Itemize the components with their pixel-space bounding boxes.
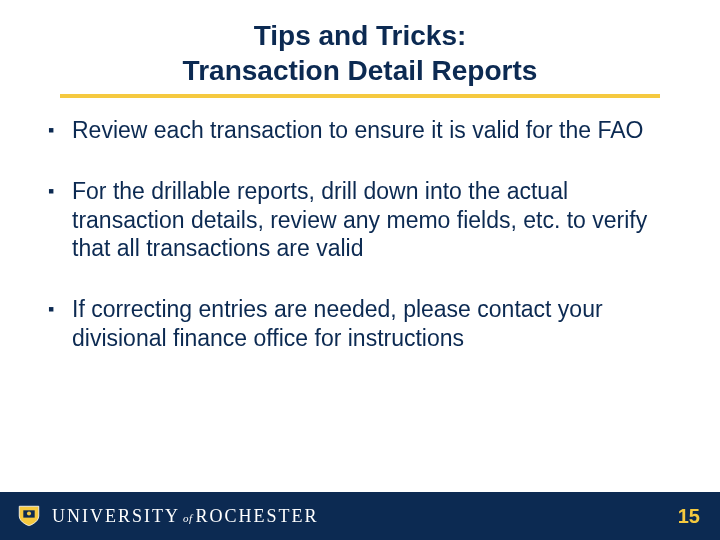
title-line-2: Transaction Detail Reports <box>0 53 720 88</box>
bullet-item: ▪ Review each transaction to ensure it i… <box>48 116 672 145</box>
content-area: ▪ Review each transaction to ensure it i… <box>0 98 720 353</box>
bullet-item: ▪ If correcting entries are needed, plea… <box>48 295 672 353</box>
slide: Tips and Tricks: Transaction Detail Repo… <box>0 0 720 540</box>
svg-point-1 <box>27 512 31 516</box>
bullet-text: Review each transaction to ensure it is … <box>72 116 672 145</box>
page-number: 15 <box>678 505 700 528</box>
footer-bar: UNIVERSITYofROCHESTER 15 <box>0 492 720 540</box>
brand-logo: UNIVERSITYofROCHESTER <box>16 503 319 529</box>
bullet-item: ▪ For the drillable reports, drill down … <box>48 177 672 263</box>
title-line-1: Tips and Tricks: <box>0 18 720 53</box>
brand-of: of <box>180 512 196 524</box>
bullet-marker-icon: ▪ <box>48 295 58 323</box>
bullet-marker-icon: ▪ <box>48 116 58 144</box>
brand-rochester: ROCHESTER <box>196 506 319 526</box>
crest-icon <box>16 503 42 529</box>
bullet-marker-icon: ▪ <box>48 177 58 205</box>
slide-title: Tips and Tricks: Transaction Detail Repo… <box>0 0 720 98</box>
brand-university: UNIVERSITY <box>52 506 180 526</box>
bullet-text: If correcting entries are needed, please… <box>72 295 672 353</box>
bullet-text: For the drillable reports, drill down in… <box>72 177 672 263</box>
brand-text: UNIVERSITYofROCHESTER <box>52 506 319 527</box>
